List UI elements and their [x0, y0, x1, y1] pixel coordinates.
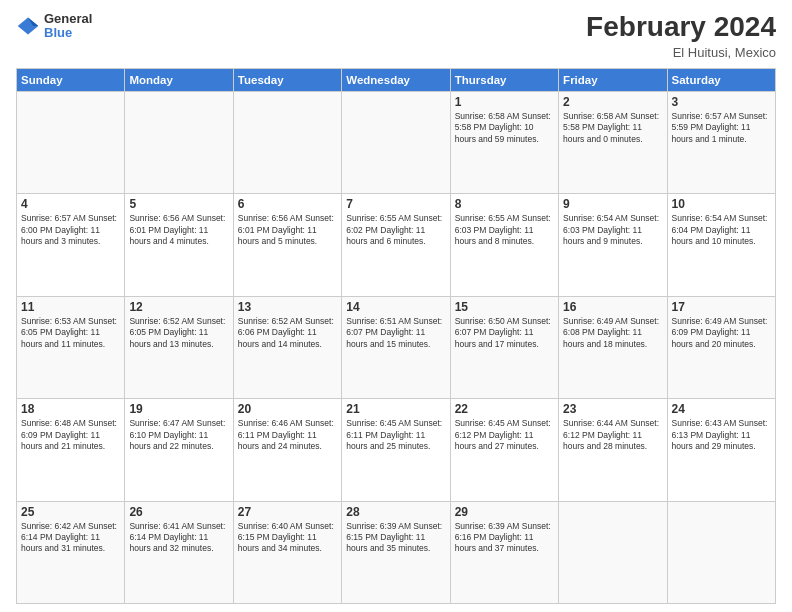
- calendar-cell: 19Sunrise: 6:47 AM Sunset: 6:10 PM Dayli…: [125, 399, 233, 501]
- calendar-cell: 26Sunrise: 6:41 AM Sunset: 6:14 PM Dayli…: [125, 501, 233, 603]
- calendar-cell: [667, 501, 775, 603]
- day-info: Sunrise: 6:52 AM Sunset: 6:06 PM Dayligh…: [238, 316, 337, 350]
- day-number: 6: [238, 197, 337, 211]
- day-info: Sunrise: 6:45 AM Sunset: 6:12 PM Dayligh…: [455, 418, 554, 452]
- day-info: Sunrise: 6:53 AM Sunset: 6:05 PM Dayligh…: [21, 316, 120, 350]
- header-thursday: Thursday: [450, 68, 558, 91]
- day-info: Sunrise: 6:52 AM Sunset: 6:05 PM Dayligh…: [129, 316, 228, 350]
- day-number: 26: [129, 505, 228, 519]
- day-info: Sunrise: 6:58 AM Sunset: 5:58 PM Dayligh…: [563, 111, 662, 145]
- day-number: 15: [455, 300, 554, 314]
- day-info: Sunrise: 6:58 AM Sunset: 5:58 PM Dayligh…: [455, 111, 554, 145]
- calendar-cell: 24Sunrise: 6:43 AM Sunset: 6:13 PM Dayli…: [667, 399, 775, 501]
- calendar-cell: 8Sunrise: 6:55 AM Sunset: 6:03 PM Daylig…: [450, 194, 558, 296]
- header-sunday: Sunday: [17, 68, 125, 91]
- calendar-cell: 23Sunrise: 6:44 AM Sunset: 6:12 PM Dayli…: [559, 399, 667, 501]
- logo: General Blue: [16, 12, 92, 41]
- day-number: 9: [563, 197, 662, 211]
- day-info: Sunrise: 6:39 AM Sunset: 6:16 PM Dayligh…: [455, 521, 554, 555]
- day-number: 7: [346, 197, 445, 211]
- week-row-1: 1Sunrise: 6:58 AM Sunset: 5:58 PM Daylig…: [17, 91, 776, 193]
- calendar-cell: 5Sunrise: 6:56 AM Sunset: 6:01 PM Daylig…: [125, 194, 233, 296]
- calendar-cell: 3Sunrise: 6:57 AM Sunset: 5:59 PM Daylig…: [667, 91, 775, 193]
- calendar-cell: [17, 91, 125, 193]
- calendar-cell: 28Sunrise: 6:39 AM Sunset: 6:15 PM Dayli…: [342, 501, 450, 603]
- header-wednesday: Wednesday: [342, 68, 450, 91]
- day-info: Sunrise: 6:57 AM Sunset: 5:59 PM Dayligh…: [672, 111, 771, 145]
- calendar-cell: 25Sunrise: 6:42 AM Sunset: 6:14 PM Dayli…: [17, 501, 125, 603]
- day-info: Sunrise: 6:54 AM Sunset: 6:03 PM Dayligh…: [563, 213, 662, 247]
- calendar-cell: [125, 91, 233, 193]
- calendar-cell: [233, 91, 341, 193]
- day-number: 5: [129, 197, 228, 211]
- day-number: 21: [346, 402, 445, 416]
- calendar-cell: 15Sunrise: 6:50 AM Sunset: 6:07 PM Dayli…: [450, 296, 558, 398]
- calendar-cell: 4Sunrise: 6:57 AM Sunset: 6:00 PM Daylig…: [17, 194, 125, 296]
- calendar-cell: 22Sunrise: 6:45 AM Sunset: 6:12 PM Dayli…: [450, 399, 558, 501]
- day-info: Sunrise: 6:40 AM Sunset: 6:15 PM Dayligh…: [238, 521, 337, 555]
- day-number: 20: [238, 402, 337, 416]
- week-row-3: 11Sunrise: 6:53 AM Sunset: 6:05 PM Dayli…: [17, 296, 776, 398]
- day-number: 24: [672, 402, 771, 416]
- day-number: 3: [672, 95, 771, 109]
- day-number: 14: [346, 300, 445, 314]
- calendar-cell: 17Sunrise: 6:49 AM Sunset: 6:09 PM Dayli…: [667, 296, 775, 398]
- day-number: 25: [21, 505, 120, 519]
- calendar-cell: 10Sunrise: 6:54 AM Sunset: 6:04 PM Dayli…: [667, 194, 775, 296]
- header-friday: Friday: [559, 68, 667, 91]
- calendar-table: SundayMondayTuesdayWednesdayThursdayFrid…: [16, 68, 776, 604]
- day-number: 23: [563, 402, 662, 416]
- day-number: 27: [238, 505, 337, 519]
- day-info: Sunrise: 6:55 AM Sunset: 6:03 PM Dayligh…: [455, 213, 554, 247]
- page: General Blue February 2024 El Huitusi, M…: [0, 0, 792, 612]
- day-info: Sunrise: 6:54 AM Sunset: 6:04 PM Dayligh…: [672, 213, 771, 247]
- week-row-4: 18Sunrise: 6:48 AM Sunset: 6:09 PM Dayli…: [17, 399, 776, 501]
- day-number: 11: [21, 300, 120, 314]
- day-number: 17: [672, 300, 771, 314]
- day-info: Sunrise: 6:55 AM Sunset: 6:02 PM Dayligh…: [346, 213, 445, 247]
- calendar-header-row: SundayMondayTuesdayWednesdayThursdayFrid…: [17, 68, 776, 91]
- day-number: 13: [238, 300, 337, 314]
- day-info: Sunrise: 6:50 AM Sunset: 6:07 PM Dayligh…: [455, 316, 554, 350]
- day-number: 18: [21, 402, 120, 416]
- calendar-cell: 21Sunrise: 6:45 AM Sunset: 6:11 PM Dayli…: [342, 399, 450, 501]
- calendar-cell: 20Sunrise: 6:46 AM Sunset: 6:11 PM Dayli…: [233, 399, 341, 501]
- day-info: Sunrise: 6:46 AM Sunset: 6:11 PM Dayligh…: [238, 418, 337, 452]
- day-info: Sunrise: 6:42 AM Sunset: 6:14 PM Dayligh…: [21, 521, 120, 555]
- header-right: February 2024 El Huitusi, Mexico: [586, 12, 776, 60]
- logo-blue-text: Blue: [44, 26, 92, 40]
- calendar-cell: 16Sunrise: 6:49 AM Sunset: 6:08 PM Dayli…: [559, 296, 667, 398]
- calendar-cell: 7Sunrise: 6:55 AM Sunset: 6:02 PM Daylig…: [342, 194, 450, 296]
- calendar-cell: [559, 501, 667, 603]
- day-number: 12: [129, 300, 228, 314]
- day-info: Sunrise: 6:45 AM Sunset: 6:11 PM Dayligh…: [346, 418, 445, 452]
- day-number: 8: [455, 197, 554, 211]
- day-info: Sunrise: 6:39 AM Sunset: 6:15 PM Dayligh…: [346, 521, 445, 555]
- calendar-cell: 1Sunrise: 6:58 AM Sunset: 5:58 PM Daylig…: [450, 91, 558, 193]
- day-info: Sunrise: 6:44 AM Sunset: 6:12 PM Dayligh…: [563, 418, 662, 452]
- week-row-5: 25Sunrise: 6:42 AM Sunset: 6:14 PM Dayli…: [17, 501, 776, 603]
- header-saturday: Saturday: [667, 68, 775, 91]
- calendar-cell: 27Sunrise: 6:40 AM Sunset: 6:15 PM Dayli…: [233, 501, 341, 603]
- calendar-cell: [342, 91, 450, 193]
- day-info: Sunrise: 6:48 AM Sunset: 6:09 PM Dayligh…: [21, 418, 120, 452]
- day-number: 16: [563, 300, 662, 314]
- day-number: 22: [455, 402, 554, 416]
- logo-text: General Blue: [44, 12, 92, 41]
- month-title: February 2024: [586, 12, 776, 43]
- day-number: 4: [21, 197, 120, 211]
- day-info: Sunrise: 6:49 AM Sunset: 6:09 PM Dayligh…: [672, 316, 771, 350]
- header: General Blue February 2024 El Huitusi, M…: [16, 12, 776, 60]
- week-row-2: 4Sunrise: 6:57 AM Sunset: 6:00 PM Daylig…: [17, 194, 776, 296]
- header-monday: Monday: [125, 68, 233, 91]
- calendar-cell: 6Sunrise: 6:56 AM Sunset: 6:01 PM Daylig…: [233, 194, 341, 296]
- calendar-cell: 13Sunrise: 6:52 AM Sunset: 6:06 PM Dayli…: [233, 296, 341, 398]
- day-info: Sunrise: 6:57 AM Sunset: 6:00 PM Dayligh…: [21, 213, 120, 247]
- day-info: Sunrise: 6:56 AM Sunset: 6:01 PM Dayligh…: [129, 213, 228, 247]
- day-info: Sunrise: 6:43 AM Sunset: 6:13 PM Dayligh…: [672, 418, 771, 452]
- day-number: 10: [672, 197, 771, 211]
- header-tuesday: Tuesday: [233, 68, 341, 91]
- calendar-cell: 11Sunrise: 6:53 AM Sunset: 6:05 PM Dayli…: [17, 296, 125, 398]
- day-number: 2: [563, 95, 662, 109]
- location: El Huitusi, Mexico: [586, 45, 776, 60]
